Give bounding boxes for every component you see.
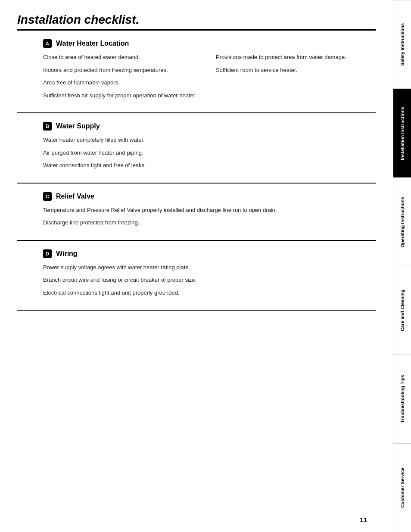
section-body-c: Temperature and Pressure Relief Valve pr… — [17, 206, 376, 231]
checklist-col1-c: Temperature and Pressure Relief Valve pr… — [43, 206, 376, 231]
checklist-item: Sufficient fresh air supply for proper o… — [43, 91, 203, 100]
sidebar-tabs: Safety InstructionsInstallation Instruct… — [393, 0, 411, 532]
sidebar-tab-safety[interactable]: Safety Instructions — [393, 0, 411, 89]
page-title: Installation checklist. — [17, 13, 376, 27]
section-header-b: BWater Supply — [17, 122, 376, 131]
checklist-item: Discharge line protected from freezing. — [43, 218, 367, 227]
section-body-d: Power supply voltage agrees with water h… — [17, 263, 376, 302]
checklist-item: Air purged from water heater and piping. — [43, 149, 367, 157]
section-badge-c: C — [43, 192, 52, 201]
checklist-item: Branch circuit wire and fusing or circui… — [43, 276, 367, 284]
section-body-a: Close to area of heated water demand.Ind… — [17, 53, 376, 104]
section-title-d: Wiring — [56, 250, 78, 258]
section-header-d: DWiring — [17, 249, 376, 258]
sidebar-tab-troubleshooting[interactable]: Troubleshooting Tips — [393, 355, 411, 443]
checklist-col1-b: Water heater completely filled with wate… — [43, 136, 376, 174]
section-a: AWater Heater LocationClose to area of h… — [17, 31, 376, 113]
sidebar-tab-care[interactable]: Care and Cleaning — [393, 266, 411, 355]
checklist-item: Water connections tight and free of leak… — [43, 161, 367, 170]
checklist-item: Power supply voltage agrees with water h… — [43, 263, 367, 272]
page-number: 11 — [360, 516, 367, 523]
checklist-item: Area free of flammable vapors. — [43, 78, 203, 87]
sidebar: Safety InstructionsInstallation Instruct… — [393, 0, 411, 532]
section-c: CRelief ValveTemperature and Pressure Re… — [17, 184, 376, 241]
section-d: DWiringPower supply voltage agrees with … — [17, 241, 376, 311]
section-header-a: AWater Heater Location — [17, 39, 376, 48]
sidebar-tab-installation[interactable]: Installation Instructions — [393, 89, 411, 177]
checklist-item: Sufficient room to service heater. — [216, 66, 376, 75]
checklist-col1-a: Close to area of heated water demand.Ind… — [43, 53, 212, 104]
checklist-item: Temperature and Pressure Relief Valve pr… — [43, 206, 367, 215]
checklist-item: Provisions made to protect area from wat… — [216, 53, 376, 62]
page-container: Installation checklist. AWater Heater Lo… — [0, 0, 411, 532]
section-header-c: CRelief Valve — [17, 192, 376, 201]
checklist-col2-a: Provisions made to protect area from wat… — [212, 53, 376, 104]
checklist-item: Water heater completely filled with wate… — [43, 136, 367, 144]
section-b: BWater SupplyWater heater completely fil… — [17, 113, 376, 184]
section-badge-d: D — [43, 249, 52, 258]
section-badge-b: B — [43, 122, 52, 131]
main-content: Installation checklist. AWater Heater Lo… — [0, 0, 393, 532]
section-title-b: Water Supply — [56, 122, 100, 130]
sidebar-tab-operating[interactable]: Operating Instructions — [393, 177, 411, 266]
checklist-item: Electrical connections tight and unit pr… — [43, 289, 367, 297]
section-title-a: Water Heater Location — [56, 40, 129, 47]
sections-container: AWater Heater LocationClose to area of h… — [17, 31, 376, 311]
checklist-col1-d: Power supply voltage agrees with water h… — [43, 263, 376, 302]
sidebar-tab-customer[interactable]: Customer Service — [393, 443, 411, 532]
section-title-c: Relief Valve — [56, 193, 94, 200]
checklist-item: Close to area of heated water demand. — [43, 53, 203, 62]
checklist-item: Indoors and protected from freezing temp… — [43, 66, 203, 75]
section-badge-a: A — [43, 39, 52, 48]
section-body-b: Water heater completely filled with wate… — [17, 136, 376, 174]
